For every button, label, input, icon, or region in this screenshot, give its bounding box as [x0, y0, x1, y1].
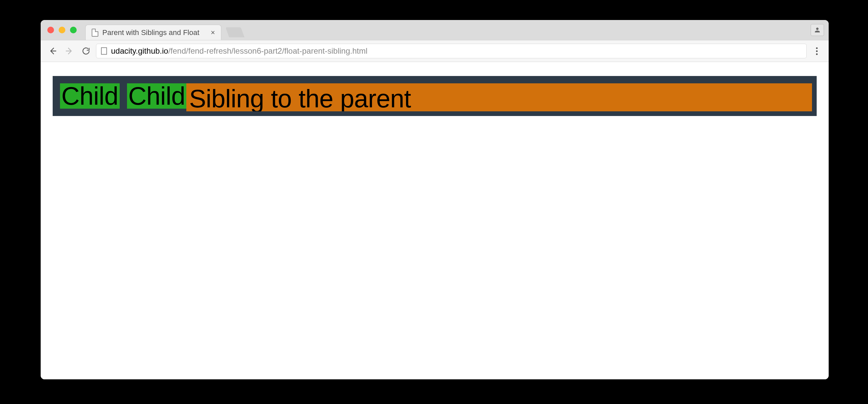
reload-icon	[81, 46, 91, 56]
url-path: /fend/fend-refresh/lesson6-part2/float-p…	[168, 46, 368, 55]
document-icon	[92, 29, 98, 37]
address-bar[interactable]: udacity.github.io/fend/fend-refresh/less…	[96, 44, 807, 58]
page-icon	[101, 47, 107, 55]
browser-tab[interactable]: Parent with Siblings and Float ×	[85, 25, 221, 40]
arrow-left-icon	[48, 46, 57, 56]
close-window-button[interactable]	[47, 27, 54, 33]
kebab-icon	[816, 47, 818, 55]
child-box-2: Child	[127, 83, 187, 109]
forward-button[interactable]	[63, 44, 76, 58]
menu-button[interactable]	[810, 44, 823, 58]
browser-window: Parent with Siblings and Float × udacity…	[41, 20, 829, 379]
toolbar: udacity.github.io/fend/fend-refresh/less…	[41, 40, 829, 62]
traffic-lights	[47, 27, 77, 33]
child-box-1: Child	[60, 83, 120, 109]
url-text: udacity.github.io/fend/fend-refresh/less…	[111, 46, 367, 56]
new-tab-button[interactable]	[226, 27, 245, 37]
url-host: udacity.github.io	[111, 46, 168, 55]
back-button[interactable]	[46, 44, 59, 58]
page-viewport: Child Child Sibling to the parent	[41, 62, 829, 379]
sibling-box: Sibling to the parent	[186, 83, 812, 111]
tab-title: Parent with Siblings and Float	[102, 28, 207, 37]
parent-container: Child Child Sibling to the parent	[53, 76, 817, 116]
person-icon	[814, 26, 821, 34]
reload-button[interactable]	[79, 44, 93, 58]
maximize-window-button[interactable]	[70, 27, 77, 33]
profile-button[interactable]	[811, 24, 824, 36]
arrow-right-icon	[65, 46, 74, 56]
tab-strip: Parent with Siblings and Float ×	[41, 20, 829, 40]
close-tab-icon[interactable]: ×	[211, 28, 215, 37]
minimize-window-button[interactable]	[59, 27, 65, 33]
